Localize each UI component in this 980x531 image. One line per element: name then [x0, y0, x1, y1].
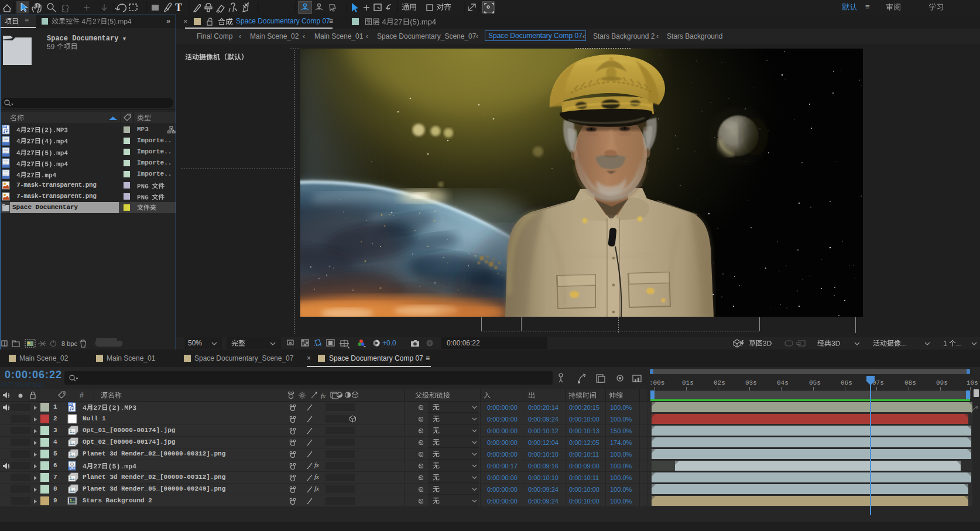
svg-text:8 bpc: 8 bpc: [61, 340, 77, 347]
svg-text:04s: 04s: [777, 379, 789, 386]
svg-text:MP3: MP3: [68, 402, 75, 406]
svg-text:06s: 06s: [841, 379, 852, 386]
svg-text:08s: 08s: [904, 379, 916, 386]
svg-text:10s: 10s: [967, 379, 978, 386]
svg-text:09s: 09s: [936, 379, 948, 386]
svg-text:01s: 01s: [682, 379, 694, 386]
svg-text:T: T: [175, 2, 182, 13]
svg-text:02s: 02s: [714, 379, 725, 386]
svg-text:03s: 03s: [745, 379, 757, 386]
svg-text:fx: fx: [321, 392, 325, 399]
svg-text:MP4: MP4: [70, 467, 76, 470]
svg-text:05s: 05s: [809, 379, 821, 386]
svg-text:MP3: MP3: [2, 125, 9, 128]
svg-text::00s: :00s: [649, 379, 664, 386]
